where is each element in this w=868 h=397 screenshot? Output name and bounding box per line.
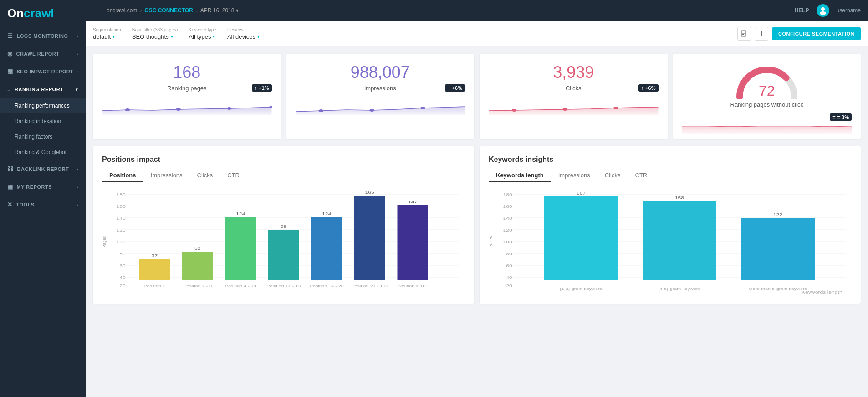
svg-text:167: 167 <box>577 191 586 196</box>
tab-clicks-pos[interactable]: Clicks <box>190 169 220 182</box>
svg-rect-77 <box>741 218 815 280</box>
svg-point-10 <box>318 109 323 112</box>
svg-rect-48 <box>354 196 385 280</box>
tools-icon: ✕ <box>7 201 13 208</box>
tab-keywords-length[interactable]: Keywords length <box>489 169 551 182</box>
sidebar-item-ranking-googlebot[interactable]: Ranking & Googlebot <box>0 144 86 160</box>
kpi-label-clicks: Clicks <box>566 85 582 92</box>
svg-point-12 <box>420 107 425 109</box>
logo[interactable]: Oncrawl <box>0 0 86 27</box>
svg-point-14 <box>562 108 567 111</box>
pdf-export-button[interactable] <box>737 27 751 41</box>
chevron-icon: › <box>77 33 78 39</box>
info-button[interactable]: i <box>755 27 768 41</box>
help-button[interactable]: HELP <box>795 7 809 14</box>
svg-text:More than 5-gram keyword: More than 5-gram keyword <box>748 286 807 290</box>
positions-impact-card: Positions impact Positions Impressions C… <box>93 146 474 304</box>
keywords-bar-chart: 180 160 140 120 100 80 60 40 20 167 [1-3… <box>495 190 852 294</box>
devices-label: Devices <box>227 27 260 32</box>
svg-point-0 <box>821 7 825 11</box>
svg-text:98: 98 <box>281 224 287 229</box>
sidebar-item-ranking-performances[interactable]: Ranking performances <box>0 98 86 113</box>
sidebar-item-crawl-report[interactable]: ◉ CRAWL REPORT › <box>0 45 86 62</box>
segmentation-label: Segmentation <box>93 27 121 32</box>
base-filter-select[interactable]: SEO thoughts ▾ <box>132 33 178 40</box>
positions-bar-chart: 180 160 140 120 100 80 60 40 20 37 Posit… <box>108 190 465 294</box>
ranking-report-icon: ≡ <box>7 86 11 93</box>
tab-ctr-kw[interactable]: CTR <box>628 169 655 182</box>
sidebar-item-logs-monitoring[interactable]: ☰ LOGS MONITORING › <box>0 27 86 45</box>
breadcrumb-connector[interactable]: GSC CONNECTOR <box>144 7 193 14</box>
gauge-value: 72 <box>759 82 775 99</box>
sidebar-item-tools[interactable]: ✕ TOOLS › <box>0 196 86 213</box>
sidebar-item-my-reports[interactable]: ▦ MY REPORTS › <box>0 178 86 196</box>
positions-impact-title: Positions impact <box>102 155 465 164</box>
breadcrumb-sep2: › <box>196 7 198 14</box>
svg-text:60: 60 <box>119 263 126 268</box>
svg-text:Position 1: Position 1 <box>144 284 165 288</box>
sidebar-nav-label: MY REPORTS <box>17 184 52 190</box>
breadcrumb-sep1: › <box>140 7 142 14</box>
sparkline-no-click <box>682 115 852 134</box>
topbar: ⋮ oncrawl.com › GSC CONNECTOR › APR 16, … <box>86 0 868 21</box>
kpi-label-ranking-pages: Ranking pages <box>167 85 207 92</box>
tab-positions[interactable]: Positions <box>102 169 143 182</box>
sparkline-clicks <box>489 97 659 115</box>
svg-text:Position 21 - 100: Position 21 - 100 <box>351 284 388 288</box>
keyword-type-chevron-icon: ▾ <box>213 34 215 39</box>
svg-point-8 <box>227 107 232 110</box>
devices-filter: Devices All devices ▾ <box>227 27 260 40</box>
sidebar-item-ranking-report[interactable]: ≡ RANKING REPORT ∨ <box>0 80 86 98</box>
sidebar-item-ranking-factors[interactable]: Ranking factors <box>0 129 86 144</box>
svg-text:165: 165 <box>365 190 374 195</box>
kpi-card-no-click: 72 Ranking pages without click = = 0% <box>673 54 861 139</box>
tab-impressions-pos[interactable]: Impressions <box>143 169 190 182</box>
sidebar-item-seo-impact-report[interactable]: ▦ SEO IMPACT REPORT › <box>0 62 86 80</box>
svg-point-15 <box>613 107 618 109</box>
tab-impressions-kw[interactable]: Impressions <box>551 169 597 182</box>
logs-monitoring-icon: ☰ <box>7 32 13 39</box>
svg-text:120: 120 <box>503 228 512 232</box>
positions-y-label: Pages <box>102 236 107 248</box>
svg-text:40: 40 <box>506 275 512 280</box>
keyword-type-filter: Keyword type All types ▾ <box>189 27 216 40</box>
svg-text:147: 147 <box>408 200 417 204</box>
keyword-type-select[interactable]: All types ▾ <box>189 33 216 40</box>
sidebar-item-backlink-report[interactable]: ⛓ BACKLINK REPORT › <box>0 160 86 178</box>
segmentation-select[interactable]: default ▾ <box>93 33 121 40</box>
content-area: 168 Ranking pages ↑ +1% <box>86 46 868 397</box>
svg-rect-33 <box>139 259 170 280</box>
svg-point-7 <box>176 108 181 111</box>
tab-clicks-kw[interactable]: Clicks <box>597 169 628 182</box>
my-reports-icon: ▦ <box>7 183 13 190</box>
logo-on: On <box>7 6 24 20</box>
svg-text:140: 140 <box>503 216 512 221</box>
configure-segmentation-button[interactable]: CONFIGURE SEGMENTATION <box>772 27 861 40</box>
svg-text:Position 14 - 20: Position 14 - 20 <box>310 284 344 288</box>
svg-text:37: 37 <box>151 253 158 258</box>
svg-rect-3 <box>742 32 745 32</box>
kpi-trend-clicks: ↑ +6% <box>638 84 659 92</box>
devices-chevron-icon: ▾ <box>257 34 260 39</box>
svg-text:[1-3]-gram keyword: [1-3]-gram keyword <box>560 286 602 290</box>
chevron-icon: › <box>77 69 78 74</box>
svg-text:180: 180 <box>503 192 512 197</box>
menu-dots-icon[interactable]: ⋮ <box>93 5 101 15</box>
svg-text:60: 60 <box>506 263 512 268</box>
tab-ctr-pos[interactable]: CTR <box>220 169 247 182</box>
keywords-insights-tabs: Keywords length Impressions Clicks CTR <box>489 169 852 182</box>
kpi-card-clicks: 3,939 Clicks ↑ +6% <box>480 54 668 139</box>
main-content: ⋮ oncrawl.com › GSC CONNECTOR › APR 16, … <box>86 0 868 397</box>
svg-text:158: 158 <box>675 196 684 200</box>
devices-select[interactable]: All devices ▾ <box>227 33 260 40</box>
breadcrumb-date[interactable]: APR 16, 2018 ▾ <box>200 7 239 14</box>
svg-rect-71 <box>544 196 618 280</box>
trend-arrow-up-icon: ↑ <box>448 85 450 91</box>
svg-text:Position 4 - 10: Position 4 - 10 <box>225 284 256 288</box>
sidebar-item-ranking-indexation[interactable]: Ranking indexation <box>0 113 86 129</box>
sidebar-nav-label: BACKLINK REPORT <box>17 166 69 172</box>
svg-text:180: 180 <box>117 192 126 197</box>
trend-arrow-up-icon: ↑ <box>255 85 257 91</box>
keyword-type-value: All types <box>189 33 211 40</box>
base-filter: Base filter (363 pages) SEO thoughts ▾ <box>132 27 178 40</box>
